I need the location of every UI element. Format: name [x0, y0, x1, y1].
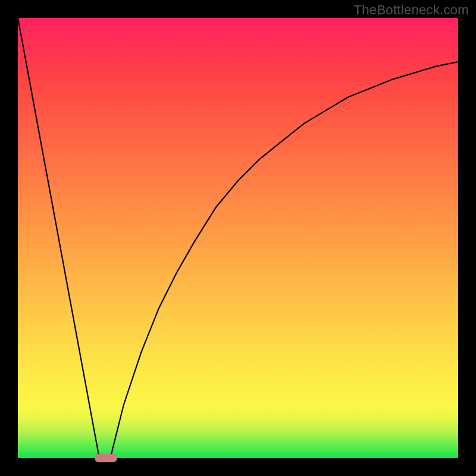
bottleneck-curve [18, 18, 458, 458]
plot-frame [18, 18, 458, 458]
curve-path [18, 18, 458, 458]
valley-marker-pill [95, 454, 117, 462]
watermark-text: TheBottleneck.com [354, 2, 469, 18]
